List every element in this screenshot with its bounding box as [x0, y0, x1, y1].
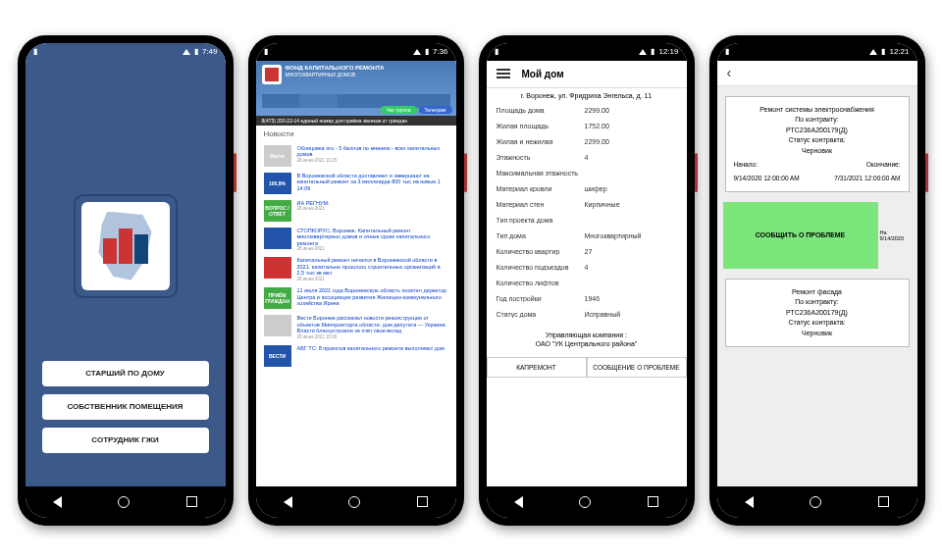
signal-icon [413, 49, 421, 55]
property-row: Максимальная этажность [497, 166, 677, 181]
management-company: Управляющая компания : ОАО "УК Центральн… [487, 323, 687, 358]
property-value: 4 [585, 154, 677, 161]
nav-back-icon[interactable] [284, 496, 292, 508]
news-item[interactable]: Вести Воронеж рассказал новости реконстр… [256, 312, 456, 342]
role-senior-button[interactable]: СТАРШИЙ ПО ДОМУ [42, 361, 209, 386]
property-row: Жилая и нежилая2299.00 [497, 134, 677, 150]
nav-home-icon[interactable] [348, 496, 360, 508]
nav-home-icon[interactable] [579, 496, 591, 508]
contract-number: РТС236А200179(Д) [734, 308, 901, 319]
news-date: 28 июня 2021 10:25 [297, 158, 448, 163]
ticker: 8(473) 200-22-14 единый номер для приёма… [256, 116, 456, 126]
status-bar: ▮ ▮ 7:49 [26, 43, 226, 61]
property-value: 1752.00 [585, 123, 677, 129]
property-row: Количество квартир27 [497, 244, 677, 260]
news-item[interactable]: ПРИЁМ ГРАЖДАН11 июля 2021 года Воронежск… [256, 284, 456, 312]
news-date: 28 июня 2021 [297, 277, 448, 281]
news-date: 28 июня 2021 [297, 246, 448, 251]
start-label: Начало: [734, 161, 758, 168]
nav-recent-icon[interactable] [878, 496, 889, 507]
menu-icon[interactable] [497, 69, 510, 78]
role-owner-button[interactable]: СОБСТВЕННИК ПОМЕЩЕНИЯ [42, 394, 209, 420]
property-row: Количество лифтов [497, 276, 677, 291]
property-key: Количество подъездов [497, 264, 585, 271]
android-navbar [256, 486, 456, 518]
news-item[interactable]: ВЕСТИАБГ ТС: 8 проектов капитального рем… [256, 342, 456, 370]
role-select-screen: СТАРШИЙ ПО ДОМУ СОБСТВЕННИК ПОМЕЩЕНИЯ СО… [26, 61, 226, 486]
android-navbar [717, 486, 917, 518]
status-left-icon: ▮ [33, 47, 37, 56]
phone-3: ▮ ▮ 12:19 Мой дом г. Воронеж, ул. Фридри… [479, 35, 695, 526]
news-thumb [264, 257, 291, 279]
contract-label: По контракту: [734, 297, 901, 308]
news-item[interactable]: СТОПКОРУС: Воронеж. Капитальный ремонт м… [256, 225, 456, 255]
property-value: Многоквартирный [585, 232, 677, 239]
news-item[interactable]: Капитальный ремонт начался в Воронежской… [256, 254, 456, 284]
nav-recent-icon[interactable] [417, 496, 428, 507]
contract-number: РТС236А200179(Д) [734, 126, 901, 136]
telegram-pill[interactable]: Телеграм [419, 106, 452, 114]
contract-card[interactable]: Ремонт системы электроснабжения По контр… [725, 96, 910, 192]
nav-recent-icon[interactable] [648, 496, 658, 507]
card-title: Ремонт системы электроснабжения [734, 105, 901, 116]
status-bar: ▮ ▮ 7:36 [256, 43, 456, 61]
nav-recent-icon[interactable] [186, 496, 197, 507]
status-time: 12:19 [658, 47, 678, 56]
property-value: Кирпичные [585, 201, 677, 208]
property-value: шифер [585, 185, 677, 192]
news-title: АБГ ТС: 8 проектов капитального ремонта … [297, 345, 448, 352]
property-key: Материал стен [497, 201, 585, 208]
news-list[interactable]: ВестиОблицовка это - 5 баллов по мнению … [256, 142, 456, 370]
nav-back-icon[interactable] [514, 496, 523, 508]
start-date: 9/14/2020 12:00:00 AM [734, 174, 800, 183]
news-date: 28 июня 2021 15:00 [297, 334, 448, 339]
property-key: Количество лифтов [497, 280, 585, 286]
nav-home-icon[interactable] [810, 496, 821, 508]
four-phone-showcase: ▮ ▮ 7:49 [0, 0, 942, 560]
property-key: Тип дома [497, 232, 585, 239]
property-key: Тип проекта дома [497, 217, 585, 224]
back-arrow-icon: ‹ [727, 65, 732, 80]
property-row: Этажность4 [497, 150, 677, 166]
page-title: Мой дом [522, 69, 564, 79]
tab-caprepair[interactable]: КАПРЕМОНТ [487, 357, 587, 378]
address: г. Воронеж, ул. Фридриха Энгельса, д. 11 [487, 88, 687, 103]
fund-banner: ФОНД КАПИТАЛЬНОГО РЕМОНТА МНОГОКВАРТИРНЫ… [256, 61, 456, 116]
contract-card[interactable]: Ремонт фасада По контракту: РТС236А20017… [725, 279, 910, 348]
news-item[interactable]: 100,8%В Воронежской области доставляют и… [256, 170, 456, 197]
news-thumb: 100,8% [264, 173, 291, 194]
property-key: Год постройки [497, 295, 585, 302]
property-key: Площадь дома [497, 107, 585, 114]
status-bar: ▮ ▮ 12:19 [487, 43, 687, 61]
news-item[interactable]: ВестиОблицовка это - 5 баллов по мнению … [256, 142, 456, 170]
property-row: Количество подъездов4 [497, 260, 677, 276]
contracts-screen: ‹ Ремонт системы электроснабжения По кон… [717, 61, 917, 486]
status-time: 7:49 [202, 47, 218, 56]
property-value: 1946 [585, 295, 677, 302]
battery-icon: ▮ [651, 47, 654, 56]
status-label: Статус контракта: [734, 318, 901, 329]
battery-icon: ▮ [194, 47, 198, 56]
banner-subtitle: МНОГОКВАРТИРНЫХ ДОМОВ [286, 72, 385, 77]
property-key: Статус дома [497, 311, 585, 318]
status-value: Черновик [734, 329, 901, 339]
nav-back-icon[interactable] [745, 496, 754, 508]
property-row: Жилая площадь1752.00 [497, 119, 677, 134]
news-thumb: ВОПРОС / ОТВЕТ [264, 200, 291, 222]
nav-home-icon[interactable] [118, 496, 130, 508]
back-bar[interactable]: ‹ [717, 61, 917, 86]
property-list: Площадь дома2299.00Жилая площадь1752.00Ж… [487, 103, 687, 323]
report-problem-button[interactable]: СООБЩИТЬ О ПРОБЛЕМЕ [723, 202, 878, 269]
property-value: 4 [585, 264, 677, 271]
role-inspector-button[interactable]: СОТРУДНИК ГЖИ [42, 428, 209, 453]
news-item[interactable]: ВОПРОС / ОТВЕТИА РЕГНУМ:28 июня 2021 [256, 197, 456, 225]
nav-back-icon[interactable] [53, 496, 62, 508]
chat-pill[interactable]: Чат группа [381, 106, 417, 114]
status-bar: ▮ ▮ 12:21 [717, 43, 917, 61]
tab-report-problem[interactable]: СООБЩЕНИЕ О ПРОБЛЕМЕ [587, 357, 687, 378]
status-time: 7:36 [433, 47, 448, 56]
news-thumb [264, 228, 291, 249]
news-title: Облицовка это - 5 баллов по мнению - все… [297, 145, 448, 158]
status-left-icon: ▮ [725, 47, 729, 56]
android-navbar [487, 486, 687, 518]
